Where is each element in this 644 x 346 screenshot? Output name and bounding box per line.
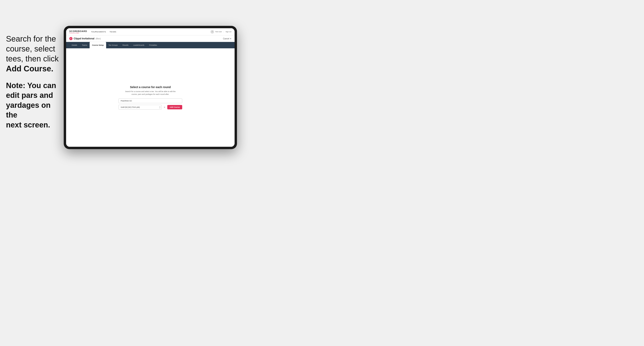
tee-select-wrapper: Gold (M) (M) (7010 yds) ▲ ▼ [118,105,162,110]
tournament-name: Clippd Invitational [74,37,94,40]
tournament-title-row: C Clippd Invitational (Men) [69,37,101,40]
user-label: Test User [215,31,222,33]
pipe-separator: | [224,31,224,33]
note-annotation: Note: You can edit pars and yardages on … [6,81,64,130]
section-description: Search for a course and select a tee. Yo… [118,90,182,96]
tee-select[interactable]: Gold (M) (M) (7010 yds) [118,105,162,110]
main-content: Select a course for each round Search fo… [66,48,234,147]
tab-tee-groups[interactable]: Tee Groups [106,42,120,48]
tab-printables[interactable]: Printables [147,42,160,48]
course-setup-section: Select a course for each round Search fo… [118,86,182,110]
tournament-gender: (Men) [96,38,101,40]
tab-bar: Details Teams Course Setup Tee Groups Re… [66,42,234,48]
tournament-header: C Clippd Invitational (Men) Cancel ✕ [66,35,234,42]
logo-text: SCOREBOARD [69,30,87,32]
tab-teams[interactable]: Teams [80,42,90,48]
nav-tournaments[interactable]: TOURNAMENTS [91,31,106,33]
avatar: T [210,30,214,34]
annotation-area: Search for the course, select tees, then… [6,34,64,130]
nav-links: TOURNAMENTS TEAMS [91,31,210,33]
tab-results[interactable]: Results [120,42,131,48]
tab-leaderboards[interactable]: Leaderboards [131,42,147,48]
logo-sub: Powered by clippd [69,32,87,34]
tee-select-row: Gold (M) (M) (7010 yds) ▲ ▼ ✕ Add Course [118,105,182,110]
course-search-input[interactable] [118,98,182,103]
top-nav: SCOREBOARD Powered by clippd TOURNAMENTS… [66,28,234,35]
sign-out-link[interactable]: Sign out [226,31,232,33]
clear-tee-button[interactable]: ✕ [163,106,166,108]
user-area: T Test User | Sign out [210,30,232,34]
section-title: Select a course for each round [118,86,182,89]
tablet-device: SCOREBOARD Powered by clippd TOURNAMENTS… [64,26,237,149]
tab-course-setup[interactable]: Course Setup [90,42,106,48]
main-annotation: Search for the course, select tees, then… [6,34,64,74]
clippd-logo-icon: C [69,37,72,40]
tab-details[interactable]: Details [69,42,80,48]
nav-teams[interactable]: TEAMS [110,31,116,33]
add-course-button[interactable]: Add Course [167,105,182,109]
tablet-screen: SCOREBOARD Powered by clippd TOURNAMENTS… [66,28,234,147]
cancel-button[interactable]: Cancel ✕ [223,38,232,40]
logo-area: SCOREBOARD Powered by clippd [69,30,87,34]
